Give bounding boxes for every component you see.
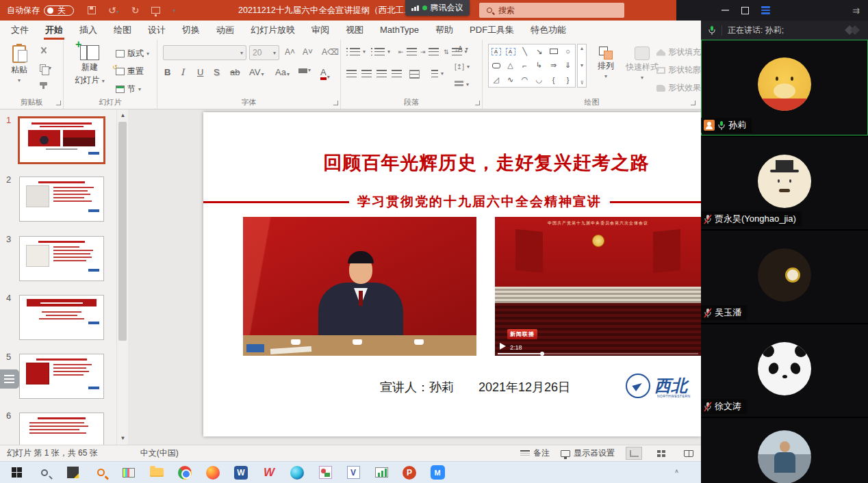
left-brace-shape-icon[interactable]: { xyxy=(552,76,555,84)
slide-sorter-view-button[interactable] xyxy=(653,447,669,460)
increase-indent-button[interactable]: ⇥ xyxy=(420,48,439,55)
textbox-vertical-icon[interactable]: A xyxy=(506,48,515,55)
video-progress-bar[interactable] xyxy=(498,353,698,354)
new-slide-button[interactable]: 新建 幻灯片 ▾ xyxy=(71,45,109,86)
scribble-shape-icon[interactable]: ∿ xyxy=(507,75,513,84)
visio-app-icon[interactable]: V xyxy=(345,465,361,481)
bullets-button[interactable]: ▾ xyxy=(346,48,366,55)
chrome-icon[interactable] xyxy=(177,465,193,481)
slide-thumbnail-3[interactable] xyxy=(19,236,104,281)
triangle-shape-icon[interactable]: △ xyxy=(507,61,513,70)
hidden-icons-chevron[interactable]: ＾ xyxy=(673,467,680,478)
tab-pdf-tools[interactable]: PDF工具集 xyxy=(461,21,522,40)
search-tool-icon[interactable] xyxy=(92,465,109,481)
bold-button[interactable]: B xyxy=(164,67,170,77)
notes-button[interactable]: 备注 xyxy=(520,447,550,459)
slideshow-tool-icon[interactable] xyxy=(373,465,390,481)
section-button[interactable]: 节▾ xyxy=(116,83,141,95)
font-dialog-launcher[interactable] xyxy=(333,101,338,105)
slide-thumbnail-1[interactable] xyxy=(18,116,105,164)
elbow-arrow-connector-icon[interactable]: ↳ xyxy=(536,61,542,70)
smartart-button[interactable]: ▾ xyxy=(455,81,469,88)
align-center-button[interactable] xyxy=(361,70,372,77)
underline-button[interactable]: U xyxy=(197,67,203,77)
thumbnail-scrollbar[interactable]: ▲ ▼ xyxy=(116,109,128,445)
text-direction-button[interactable]: ↓A▾ xyxy=(455,45,468,53)
collapse-panel-icon[interactable]: ⇉ xyxy=(852,5,860,16)
progress-handle[interactable] xyxy=(540,352,544,356)
tab-special-features[interactable]: 特色功能 xyxy=(522,21,574,40)
windows-start-icon[interactable] xyxy=(8,465,25,481)
display-settings-button[interactable]: 显示器设置 xyxy=(561,447,615,459)
shape-fill-button[interactable]: 形状填充▾ xyxy=(656,47,706,58)
copy-button[interactable]: ▾ xyxy=(40,64,51,72)
align-left-button[interactable] xyxy=(346,70,357,77)
normal-view-button[interactable] xyxy=(626,447,642,460)
scrollbar-thumb[interactable] xyxy=(118,122,127,341)
language-indicator[interactable]: 中文(中国) xyxy=(140,447,179,459)
side-panel-handle[interactable] xyxy=(0,369,19,389)
notes-app-icon[interactable] xyxy=(64,465,81,481)
reset-button[interactable]: 重置 xyxy=(116,66,144,77)
down-arrow-shape-icon[interactable]: ⇓ xyxy=(565,61,571,70)
paste-button[interactable]: 粘贴▾ xyxy=(5,45,33,83)
font-color-button[interactable]: A▾ xyxy=(320,67,330,80)
justify-button[interactable] xyxy=(392,70,402,77)
save-icon[interactable] xyxy=(88,6,96,14)
slide-thumbnail-2[interactable] xyxy=(19,177,104,222)
powerpoint-icon[interactable]: P xyxy=(401,465,418,481)
right-arrow-shape-icon[interactable]: ⇒ xyxy=(550,61,557,70)
text-shadow-button[interactable]: S xyxy=(214,67,220,77)
shapes-gallery-scroll[interactable]: ▲▼⊽ xyxy=(577,44,587,88)
font-name-combo[interactable]: ▾ xyxy=(163,45,246,60)
undo-icon[interactable]: ↺▾ xyxy=(108,5,119,16)
rectangle-shape-icon[interactable] xyxy=(550,49,558,54)
tab-mathtype[interactable]: MathType xyxy=(372,21,427,40)
highlight-button[interactable]: ▾ xyxy=(298,67,311,73)
change-case-button[interactable]: Aa▾ xyxy=(275,67,290,77)
autosave-switch[interactable]: 关 xyxy=(44,5,74,16)
autosave-toggle[interactable]: 自动保存 关 xyxy=(7,5,74,16)
tab-transitions[interactable]: 切换 xyxy=(174,21,208,40)
numbering-button[interactable]: ▾ xyxy=(371,48,390,55)
taskbar-search-icon[interactable] xyxy=(36,465,53,481)
firefox-icon[interactable] xyxy=(205,465,221,481)
scroll-up-icon[interactable]: ▲ xyxy=(117,109,129,120)
tab-review[interactable]: 审阅 xyxy=(303,21,337,40)
strikethrough-button[interactable]: ab xyxy=(230,67,240,77)
right-brace-shape-icon[interactable]: } xyxy=(567,76,570,84)
scroll-down-icon[interactable]: ▼ xyxy=(117,432,129,443)
font-size-combo[interactable]: 20▾ xyxy=(249,45,279,60)
participant-tile[interactable]: 徐文涛 xyxy=(701,324,868,418)
rounded-rectangle-shape-icon[interactable] xyxy=(492,63,500,68)
participant-tile[interactable] xyxy=(701,418,868,483)
slide-thumbnail-4[interactable] xyxy=(19,295,104,340)
tab-draw[interactable]: 绘图 xyxy=(105,21,140,40)
redo-icon[interactable]: ↻ xyxy=(131,5,140,16)
participant-tile[interactable]: 孙莉 xyxy=(701,40,868,137)
freeform-shape-icon[interactable]: ◿ xyxy=(493,75,498,84)
wps-office-icon[interactable]: W xyxy=(261,465,277,481)
participant-tile[interactable]: 贾永昊(Yonghao_jia) xyxy=(701,137,868,231)
align-right-button[interactable] xyxy=(376,70,387,77)
decrease-indent-button[interactable]: ⇤ xyxy=(398,48,417,55)
slide-thumbnail-6[interactable] xyxy=(19,413,104,445)
curve-shape-icon[interactable]: ◡ xyxy=(536,75,543,84)
slide-thumbnail-5[interactable] xyxy=(19,354,104,399)
clear-formatting-button[interactable]: A⌫ xyxy=(322,47,339,57)
participant-tile[interactable]: 吴玉潘 xyxy=(701,231,868,324)
format-painter-button[interactable] xyxy=(40,82,47,86)
reading-view-button[interactable] xyxy=(680,447,697,460)
tab-slideshow[interactable]: 幻灯片放映 xyxy=(242,21,303,40)
tab-view[interactable]: 视图 xyxy=(337,21,372,40)
paragraph-dialog-launcher[interactable] xyxy=(475,101,480,105)
menu-icon[interactable] xyxy=(761,6,770,14)
news-video-player[interactable]: 中国共产党第十九届中央委员会第六次全体会议 新闻联播 2:18 xyxy=(495,217,701,356)
line-shape-icon[interactable]: ╲ xyxy=(522,47,527,56)
tab-design[interactable]: 设计 xyxy=(140,21,174,40)
shape-effects-button[interactable]: 形状效果▾ xyxy=(656,82,706,94)
tab-home[interactable]: 开始 xyxy=(37,21,71,40)
search-input[interactable]: 搜索 xyxy=(479,3,624,18)
textbox-horizontal-icon[interactable]: A xyxy=(492,48,501,55)
distribute-button[interactable] xyxy=(409,70,420,79)
